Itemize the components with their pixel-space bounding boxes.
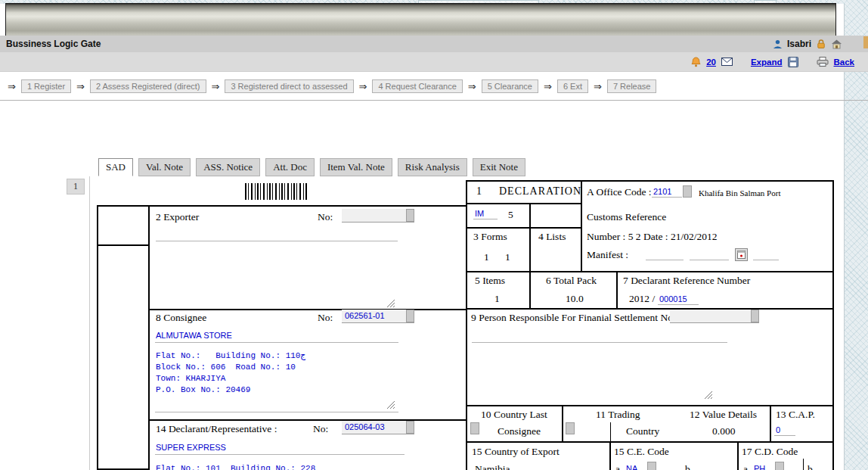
box10-label: 10 Country Last [481, 409, 547, 421]
form-line [529, 203, 531, 271]
back-link[interactable]: Back [834, 58, 855, 67]
box13-input[interactable]: 0 [774, 425, 795, 436]
workflow-arrow-icon: ⇒ [594, 81, 602, 92]
declarant-address-textarea[interactable]: Flat No.: 101 Building No.: 228 [156, 463, 405, 470]
box9-input[interactable] [670, 310, 759, 323]
workflow-arrow-icon: ⇒ [76, 81, 85, 92]
actions-cluster: 20 Expand Back [691, 52, 854, 71]
notifications-count-link[interactable]: 20 [706, 58, 716, 67]
box1-title: DECLARATION [499, 185, 581, 198]
box4-label: 4 Lists [538, 231, 566, 243]
row-index-marker[interactable]: 1 [67, 179, 85, 195]
consignee-no-value: 062561-01 [345, 311, 385, 320]
declarant-name-input[interactable] [155, 444, 405, 455]
exporter-lookup-button[interactable] [406, 209, 414, 222]
manifest-input-2[interactable] [690, 250, 729, 260]
box10-sub-label: Consignee [498, 425, 541, 437]
workflow-step-clearance[interactable]: 5 Clearance [482, 79, 538, 93]
box11-input-button[interactable] [566, 422, 575, 434]
declarant-no-input[interactable]: 025064-03 [342, 421, 414, 434]
lock-icon[interactable] [816, 39, 826, 49]
box10-input-button[interactable] [470, 422, 479, 434]
workflow-arrow-icon: ⇒ [8, 81, 16, 92]
box17-a-label: a [743, 463, 748, 470]
consignee-extra-input[interactable] [155, 402, 398, 412]
box7-label: 7 Declarant Reference Number [623, 275, 750, 287]
box17-label: 17 C.D. Code [742, 446, 798, 458]
manifest-calendar-button[interactable] [735, 248, 748, 261]
exporter-no-input[interactable] [342, 209, 414, 223]
box17-b-label: b [808, 463, 813, 470]
office-code-lookup-button[interactable] [683, 185, 692, 198]
app-title: Bussiness Logic Gate [6, 39, 101, 49]
workflow-step-ext[interactable]: 6 Ext [557, 79, 588, 93]
box16-b-label: b [685, 463, 690, 470]
form-line [529, 271, 531, 308]
form-line [150, 419, 467, 421]
form-line [466, 308, 834, 310]
printer-icon[interactable] [817, 57, 829, 67]
box17-lookup-button[interactable] [775, 462, 784, 470]
manifest-input-3[interactable] [753, 250, 779, 260]
exporter-resize-grip[interactable] [387, 297, 396, 306]
tab-att-doc[interactable]: Att. Doc [265, 158, 315, 176]
consignee-address-textarea[interactable]: Flat No.: Building No.: 110ج Block No.: … [156, 350, 405, 396]
box9-lookup-button[interactable] [751, 310, 759, 322]
consignee-no-input[interactable]: 062561-01 [342, 310, 414, 323]
home-icon[interactable] [831, 39, 842, 49]
barcode [245, 183, 308, 200]
form-line [832, 180, 834, 470]
workflow-arrow-icon: ⇒ [544, 81, 552, 92]
form-line [609, 441, 611, 470]
tab-sad[interactable]: SAD [98, 158, 133, 176]
box3-value1: 1 [484, 251, 489, 263]
box16-a-input[interactable]: NA [625, 464, 644, 470]
title-bar: Bussiness Logic Gate Isabri [0, 36, 868, 53]
box9-resize-grip[interactable] [705, 389, 714, 397]
box6-value: 10.0 [566, 293, 584, 305]
workflow-step-request-clearance[interactable]: 4 Request Clearance [372, 79, 462, 93]
tab-risk-analysis[interactable]: Risk Analysis [398, 158, 467, 176]
customs-reference-title: Customs Reference [587, 211, 666, 223]
consignee-no-label: No: [318, 312, 333, 324]
declarant-reference-input[interactable]: 000015 [658, 294, 699, 305]
box9-line-input[interactable] [472, 332, 727, 343]
tab-exit-note[interactable]: Exit Note [473, 158, 525, 176]
workflow-step-release[interactable]: 7 Release [607, 79, 657, 93]
office-code-input[interactable]: 2101 [652, 187, 682, 198]
workflow-step-assess-registered[interactable]: 2 Assess Registered (direct) [90, 79, 206, 93]
expand-link[interactable]: Expand [751, 58, 783, 67]
user-name[interactable]: Isabri [787, 39, 811, 49]
form-line [466, 405, 834, 406]
box16-lookup-button[interactable] [647, 462, 656, 470]
box12-label: 12 Value Details [690, 409, 757, 421]
box17-a-input[interactable]: PH [752, 464, 772, 470]
declaration-type-input[interactable]: IM [473, 209, 498, 219]
form-line [150, 205, 467, 207]
form-line [466, 441, 834, 443]
exporter-name-input[interactable] [156, 231, 398, 241]
tab-val-note[interactable]: Val. Note [138, 158, 191, 176]
box2-label: 2 Exporter [156, 211, 199, 223]
workflow-step-register[interactable]: 1 Register [21, 79, 71, 93]
workflow-step-registered-to-assessed[interactable]: 3 Registered direct to assessed [225, 79, 353, 93]
declaration-code: 5 [508, 209, 513, 221]
left-column-box-bottom [97, 244, 150, 470]
save-icon[interactable] [788, 57, 798, 67]
consignee-name-input[interactable] [155, 332, 398, 343]
tab-item-val-note[interactable]: Item Val. Note [320, 158, 392, 176]
manifest-input-1[interactable] [646, 250, 684, 260]
workflow-arrow-icon: ⇒ [468, 81, 476, 92]
form-line [466, 203, 582, 204]
window-edge-notch [863, 36, 868, 48]
form-line [466, 180, 834, 182]
bell-icon[interactable] [691, 57, 701, 67]
envelope-icon[interactable] [721, 58, 733, 66]
declarant-lookup-button[interactable] [406, 421, 414, 434]
box1-number: 1 [476, 185, 482, 198]
declarant-no-value: 025064-03 [345, 422, 385, 431]
tab-ass-notice[interactable]: ASS. Notice [196, 158, 260, 176]
box6-label: 6 Total Pack [546, 275, 597, 287]
box15-value: Namibia [475, 463, 510, 470]
consignee-lookup-button[interactable] [406, 310, 414, 322]
